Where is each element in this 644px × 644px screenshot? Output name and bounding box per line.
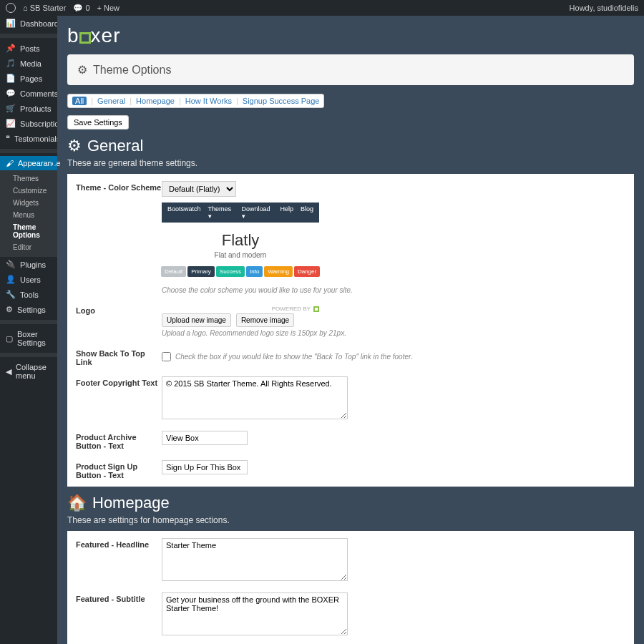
menu-comments[interactable]: 💬 Comments xyxy=(0,86,57,101)
hint-logo: Upload a logo. Recommended logo size is … xyxy=(162,329,625,337)
tab-homepage[interactable]: Homepage xyxy=(136,97,175,105)
text-back-to-top: Check the box if you would like to show … xyxy=(175,353,413,361)
submenu-menus[interactable]: Menus xyxy=(0,209,57,221)
panel-title: Theme Options xyxy=(93,64,171,77)
preview-subtitle: Flat and modern xyxy=(190,251,291,259)
submenu-editor[interactable]: Editor xyxy=(0,241,57,253)
textarea-footer-text[interactable] xyxy=(162,376,348,419)
label-headline: Featured - Headline xyxy=(76,538,162,582)
menu-testimonials[interactable]: ❝ Testomonials xyxy=(0,131,57,146)
textarea-headline[interactable] xyxy=(162,538,348,581)
label-archive-btn: Product Archive Button - Text xyxy=(76,431,162,450)
howdy-link[interactable]: Howdy, studiofidelis xyxy=(570,4,638,12)
menu-appearance[interactable]: 🖌 Appearance xyxy=(0,156,57,170)
preview-nav: Bootswatch Themes ▾ Download ▾ Help Blog xyxy=(162,203,319,223)
submenu-appearance: Themes Customize Widgets Menus Theme Opt… xyxy=(0,170,57,257)
menu-pages[interactable]: 📄 Pages xyxy=(0,71,57,86)
square-icon xyxy=(313,306,319,312)
input-signup-btn[interactable] xyxy=(162,460,248,474)
menu-media[interactable]: 🎵 Media xyxy=(0,56,57,71)
label-logo: Logo xyxy=(76,304,162,337)
admin-sidebar: 📊 Dashboard 📌 Posts 🎵 Media 📄 Pages 💬 Co… xyxy=(0,16,57,644)
admin-bar: ⌂ SB Starter 💬 0 + New Howdy, studiofide… xyxy=(0,0,644,16)
label-footer-text: Footer Copyright Text xyxy=(76,376,162,421)
submenu-themes[interactable]: Themes xyxy=(0,172,57,185)
preview-title: Flatly xyxy=(190,231,291,250)
menu-plugins[interactable]: 🔌 Plugins xyxy=(0,257,57,272)
preview-swatches: DefaultPrimarySuccessInfoWarningDanger xyxy=(190,266,291,277)
label-signup-btn: Product Sign Up Button - Text xyxy=(76,460,162,479)
textarea-subtitle[interactable] xyxy=(162,592,348,635)
checkbox-back-to-top[interactable] xyxy=(162,352,171,361)
menu-products[interactable]: 🛒 Products xyxy=(0,101,57,116)
hint-color-scheme: Choose the color scheme you would like t… xyxy=(162,286,625,294)
wp-logo[interactable] xyxy=(6,3,16,13)
home-icon: 🏠 xyxy=(67,494,87,512)
menu-boxer-settings[interactable]: ▢ Boxer Settings xyxy=(0,327,57,350)
tab-how-it-works[interactable]: How It Works xyxy=(185,97,232,105)
menu-settings[interactable]: ⚙ Settings xyxy=(0,302,57,317)
label-subtitle: Featured - Subtitle xyxy=(76,592,162,637)
tab-general[interactable]: General xyxy=(97,97,125,105)
section-homepage: Featured - Headline Featured - Subtitle … xyxy=(67,531,634,644)
section-general: Theme - Color Scheme Default (Flatly) Bo… xyxy=(67,174,634,487)
tab-signup-success[interactable]: Signup Success Page xyxy=(243,97,320,105)
submenu-widgets[interactable]: Widgets xyxy=(0,197,57,209)
submenu-customize[interactable]: Customize xyxy=(0,185,57,197)
menu-collapse[interactable]: ◀ Collapse menu xyxy=(0,360,57,383)
tab-all[interactable]: All xyxy=(72,97,87,105)
remove-logo-button[interactable]: Remove image xyxy=(236,313,294,327)
menu-dashboard[interactable]: 📊 Dashboard xyxy=(0,16,57,31)
site-link[interactable]: ⌂ SB Starter xyxy=(23,4,66,12)
gear-icon: ⚙ xyxy=(67,137,82,155)
panel-heading: ⚙ Theme Options xyxy=(67,54,634,85)
menu-users[interactable]: 👤 Users xyxy=(0,272,57,287)
upload-logo-button[interactable]: Upload new image xyxy=(162,313,231,327)
menu-tools[interactable]: 🔧 Tools xyxy=(0,287,57,302)
menu-posts[interactable]: 📌 Posts xyxy=(0,41,57,56)
label-color-scheme: Theme - Color Scheme xyxy=(76,181,162,294)
input-archive-btn[interactable] xyxy=(162,431,248,445)
section-tabs: All | General | Homepage | How It Works … xyxy=(67,94,324,108)
brand-logo: bxer xyxy=(67,24,634,47)
gear-icon: ⚙ xyxy=(77,63,87,77)
section-title-homepage: 🏠 Homepage xyxy=(67,494,634,512)
section-desc-general: These are general theme settings. xyxy=(67,158,634,168)
section-title-general: ⚙ General xyxy=(67,137,634,155)
label-back-to-top: Show Back To Top Link xyxy=(76,347,162,366)
select-color-scheme[interactable]: Default (Flatly) xyxy=(162,181,236,197)
save-settings-button[interactable]: Save Settings xyxy=(67,115,129,130)
section-desc-homepage: These are settings for homepage sections… xyxy=(67,515,634,525)
comments-link[interactable]: 💬 0 xyxy=(73,4,89,13)
menu-subscriptions[interactable]: 📈 Subscriptions xyxy=(0,116,57,131)
new-link[interactable]: + New xyxy=(97,4,119,12)
submenu-theme-options[interactable]: Theme Options xyxy=(0,221,57,241)
content-area: bxer ⚙ Theme Options All | General | Hom… xyxy=(57,16,644,644)
